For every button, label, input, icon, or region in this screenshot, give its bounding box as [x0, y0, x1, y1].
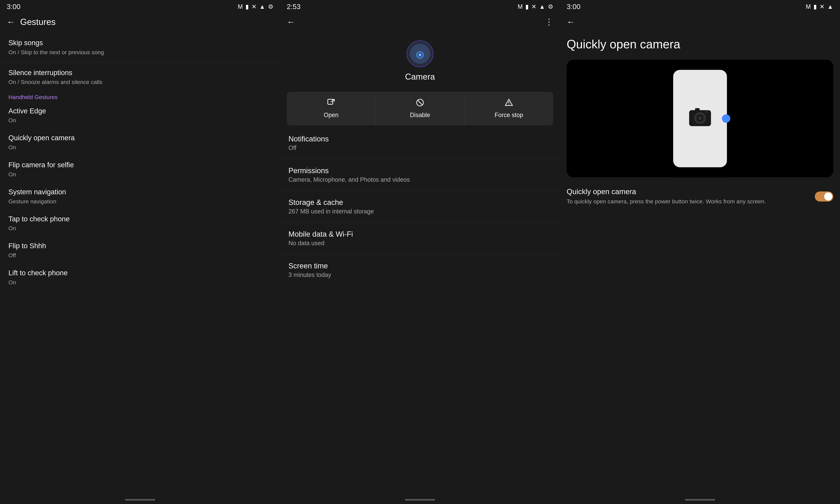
open-icon — [327, 98, 335, 109]
phone-mockup-container — [567, 60, 833, 177]
handheld-gestures-label: Handheld Gestures — [0, 91, 280, 102]
settings-item-flip-selfie[interactable]: Flip camera for selfie On — [0, 156, 280, 183]
system-nav-sub: Gesture navigation — [8, 198, 272, 205]
settings-item-open-camera[interactable]: Quickly open camera On — [0, 129, 280, 156]
info-row-screen-time[interactable]: Screen time 3 minutes today — [280, 256, 560, 285]
action-buttons-row: Open Disable Force stop — [287, 92, 553, 125]
page-title-1: Gestures — [20, 17, 56, 27]
tap-check-title: Tap to check phone — [8, 214, 272, 224]
open-arrow-icon — [327, 98, 335, 107]
svg-line-8 — [417, 100, 423, 105]
flip-shhh-sub: Off — [8, 252, 272, 259]
settings-item-system-nav[interactable]: System navigation Gesture navigation — [0, 183, 280, 210]
back-button-2[interactable]: ← — [287, 17, 295, 27]
mobile-data-sub: No data used — [288, 240, 552, 247]
status-time-1: 3:00 — [7, 3, 20, 11]
storage-sub: 267 MB used in internal storage — [288, 208, 552, 215]
app-info-panel: 2:53 M ▮ ✕ ▲ ⚙ ← ⋮ Cam — [280, 0, 560, 504]
feature-title: Quickly open camera — [567, 37, 833, 51]
gestures-panel: 3:00 M ▮ ✕ ▲ ⚙ ← Gestures Skip songs On … — [0, 0, 280, 504]
mockup-camera-icon — [686, 105, 714, 132]
active-edge-sub: On — [8, 116, 272, 124]
status-bar-3: 3:00 M ▮ ✕ ▲ — [560, 0, 840, 14]
settings-item-active-edge[interactable]: Active Edge On — [0, 102, 280, 129]
settings-item-tap-check[interactable]: Tap to check phone On — [0, 210, 280, 237]
disable-svg-icon — [416, 98, 424, 107]
settings-item-flip-shhh[interactable]: Flip to Shhh Off — [0, 237, 280, 264]
camera-feature-content: Quickly open camera Quickly open — [560, 30, 840, 214]
battery-icon-1: ▮ — [246, 3, 249, 10]
back-button-1[interactable]: ← — [7, 17, 15, 27]
settings-list: Skip songs On / Skip to the next or prev… — [0, 30, 280, 294]
silence-sub: On / Snooze alarms and silence calls — [8, 78, 272, 86]
silence-title: Silence interruptions — [8, 68, 272, 77]
feature-desc: To quickly open camera, press the power … — [567, 198, 808, 205]
settings-icon-1: ⚙ — [268, 3, 273, 10]
force-stop-button[interactable]: Force stop — [465, 92, 553, 125]
app-name-label: Camera — [405, 72, 435, 82]
camera-icon-inner — [410, 44, 430, 64]
disable-button-label: Disable — [410, 111, 430, 119]
blue-dot-indicator — [722, 114, 730, 123]
signal-icon-2: ✕ — [531, 3, 536, 10]
svg-rect-16 — [695, 108, 700, 111]
flip-selfie-sub: On — [8, 170, 272, 178]
settings-item-skip-songs[interactable]: Skip songs On / Skip to the next or prev… — [0, 34, 280, 61]
svg-point-3 — [419, 54, 421, 56]
info-row-mobile-data[interactable]: Mobile data & Wi-Fi No data used — [280, 224, 560, 253]
notifications-sub: Off — [288, 144, 552, 151]
divider-1 — [0, 62, 280, 62]
status-time-3: 3:00 — [567, 3, 580, 11]
camera-svg-icon — [412, 47, 428, 60]
feature-info: Quickly open camera To quickly open came… — [567, 187, 815, 205]
home-indicator-3 — [685, 499, 715, 501]
status-time-2: 2:53 — [287, 3, 301, 11]
permissions-title: Permissions — [288, 166, 552, 175]
info-row-notifications[interactable]: Notifications Off — [280, 129, 560, 158]
divider-3 — [280, 191, 560, 191]
lift-check-sub: On — [8, 278, 272, 286]
disable-button[interactable]: Disable — [376, 92, 465, 125]
top-bar-3: ← — [560, 14, 840, 30]
settings-item-lift-check[interactable]: Lift to check phone On — [0, 264, 280, 291]
skip-songs-title: Skip songs — [8, 38, 272, 48]
svg-point-11 — [508, 104, 509, 105]
wifi-icon-2: ▲ — [539, 3, 545, 10]
signal-icon-3: ✕ — [820, 3, 824, 10]
storage-title: Storage & cache — [288, 198, 552, 206]
status-icons-2: M ▮ ✕ ▲ ⚙ — [518, 3, 553, 10]
force-stop-icon — [505, 98, 513, 109]
top-bar-1: ← Gestures — [0, 14, 280, 30]
flip-shhh-title: Flip to Shhh — [8, 241, 272, 251]
screen-time-sub: 3 minutes today — [288, 271, 552, 278]
svg-point-17 — [705, 110, 708, 113]
svg-rect-5 — [328, 99, 333, 104]
disable-icon — [416, 98, 424, 109]
settings-item-silence[interactable]: Silence interruptions On / Snooze alarms… — [0, 64, 280, 91]
force-stop-button-label: Force stop — [495, 111, 523, 119]
status-bar-2: 2:53 M ▮ ✕ ▲ ⚙ — [280, 0, 560, 14]
divider-5 — [280, 254, 560, 254]
open-button[interactable]: Open — [287, 92, 376, 125]
battery-icon-3: ▮ — [814, 3, 817, 10]
feature-toggle-row: Quickly open camera To quickly open came… — [567, 186, 833, 207]
active-edge-title: Active Edge — [8, 107, 272, 116]
back-button-3[interactable]: ← — [567, 17, 575, 27]
battery-icon-2: ▮ — [525, 3, 529, 10]
info-row-permissions[interactable]: Permissions Camera, Microphone, and Phot… — [280, 160, 560, 189]
camera-feature-toggle[interactable] — [815, 192, 833, 201]
open-camera-sub: On — [8, 144, 272, 151]
more-options-button[interactable]: ⋮ — [545, 17, 553, 27]
info-row-storage[interactable]: Storage & cache 267 MB used in internal … — [280, 192, 560, 221]
mail-icon-1: M — [238, 3, 243, 10]
status-icons-3: M ▮ ✕ ▲ — [806, 3, 833, 10]
camera-feature-panel: 3:00 M ▮ ✕ ▲ ← Quickly open camera — [560, 0, 840, 504]
app-info-header: Camera — [280, 30, 560, 88]
feature-name: Quickly open camera — [567, 187, 808, 196]
svg-rect-4 — [417, 49, 421, 51]
status-icons-1: M ▮ ✕ ▲ ⚙ — [238, 3, 273, 10]
screen-time-title: Screen time — [288, 262, 552, 270]
lift-check-title: Lift to check phone — [8, 268, 272, 277]
open-camera-title: Quickly open camera — [8, 133, 272, 143]
home-indicator-1 — [125, 499, 155, 501]
